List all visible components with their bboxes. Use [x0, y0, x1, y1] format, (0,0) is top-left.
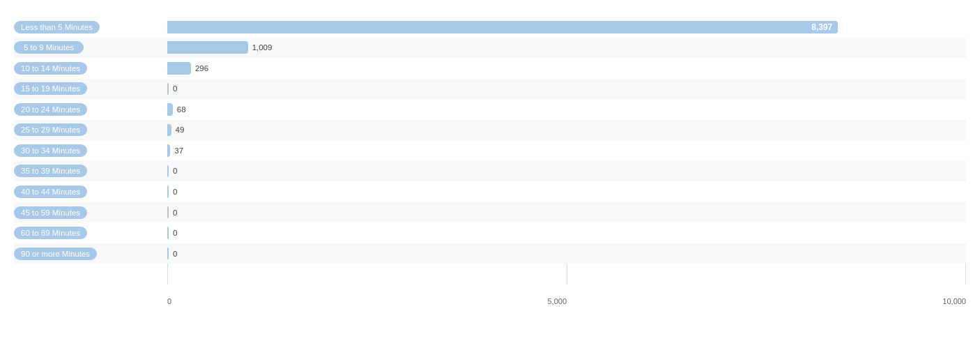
bar-value: 68	[177, 105, 186, 114]
bar-track: 0	[167, 248, 966, 260]
bar-row: 10 to 14 Minutes296	[14, 58, 966, 79]
bar-label-pill: 35 to 39 Minutes	[14, 165, 87, 177]
bar-value: 0	[173, 250, 177, 258]
bar-track: 8,397	[167, 21, 966, 33]
bar-track: 68	[167, 103, 966, 116]
bar-track: 1,009	[167, 41, 966, 54]
bar-label-pill: 30 to 34 Minutes	[14, 144, 87, 157]
bar-fill	[167, 41, 248, 54]
bar-value: 49	[176, 126, 185, 134]
bar-label-container: 60 to 89 Minutes	[14, 227, 167, 239]
bar-row: 20 to 24 Minutes68	[14, 99, 966, 120]
bar-fill	[167, 62, 191, 75]
bar-value: 37	[174, 146, 183, 155]
bar-label-container: 90 or more Minutes	[14, 248, 167, 260]
bar-track: 0	[167, 206, 966, 219]
bar-fill	[167, 227, 169, 239]
bar-track: 0	[167, 83, 966, 96]
bar-fill	[167, 206, 169, 219]
bar-row: Less than 5 Minutes8,397	[14, 17, 966, 38]
bar-row: 5 to 9 Minutes1,009	[14, 38, 966, 59]
bar-track: 37	[167, 144, 966, 157]
bar-value: 0	[173, 84, 177, 93]
bar-row: 30 to 34 Minutes37	[14, 140, 966, 161]
bar-value: 0	[173, 208, 177, 217]
bar-label-pill: 15 to 19 Minutes	[14, 82, 87, 95]
bar-label-pill: 20 to 24 Minutes	[14, 103, 87, 116]
bar-row: 25 to 29 Minutes49	[14, 120, 966, 141]
bars-area: Less than 5 Minutes8,3975 to 9 Minutes1,…	[14, 17, 966, 285]
bar-fill	[167, 103, 173, 116]
bar-fill	[167, 185, 169, 198]
bar-track: 49	[167, 124, 966, 137]
bar-row: 45 to 59 Minutes0	[14, 202, 966, 223]
bar-label-container: 10 to 14 Minutes	[14, 62, 167, 75]
bar-label-pill: Less than 5 Minutes	[14, 21, 100, 33]
bar-fill	[167, 124, 171, 137]
bar-row: 40 to 44 Minutes0	[14, 181, 966, 202]
bar-label-pill: 60 to 89 Minutes	[14, 227, 87, 239]
bar-label-container: 20 to 24 Minutes	[14, 103, 167, 116]
bar-fill: 8,397	[167, 21, 838, 33]
bar-row: 60 to 89 Minutes0	[14, 222, 966, 243]
bar-label-pill: 90 or more Minutes	[14, 248, 97, 260]
bar-label-container: 45 to 59 Minutes	[14, 206, 167, 219]
bar-label-container: 5 to 9 Minutes	[14, 41, 167, 54]
bar-label-pill: 40 to 44 Minutes	[14, 185, 87, 198]
bar-label-pill: 5 to 9 Minutes	[14, 41, 84, 54]
bar-label-container: 25 to 29 Minutes	[14, 123, 167, 136]
bar-track: 296	[167, 62, 966, 75]
bar-fill	[167, 248, 169, 260]
bar-label-container: 15 to 19 Minutes	[14, 82, 167, 95]
bar-label-pill: 25 to 29 Minutes	[14, 123, 87, 136]
x-axis-label: 0	[167, 297, 171, 305]
bar-value: 296	[195, 64, 208, 73]
bar-fill	[167, 165, 169, 178]
bar-value: 0	[173, 229, 177, 237]
chart-area: Less than 5 Minutes8,3975 to 9 Minutes1,…	[14, 17, 966, 305]
bar-label-container: Less than 5 Minutes	[14, 21, 167, 33]
x-axis-label: 10,000	[942, 297, 966, 305]
bar-label-container: 30 to 34 Minutes	[14, 144, 167, 157]
bar-value: 0	[173, 188, 177, 196]
bar-row: 90 or more Minutes0	[14, 243, 966, 264]
bar-label-container: 35 to 39 Minutes	[14, 165, 167, 177]
x-axis: 05,00010,000	[167, 294, 966, 305]
bar-fill	[167, 144, 170, 157]
bar-row: 15 to 19 Minutes0	[14, 79, 966, 100]
bar-value-inside: 8,397	[811, 22, 832, 32]
bar-row: 35 to 39 Minutes0	[14, 161, 966, 182]
bar-value: 1,009	[252, 43, 273, 52]
bar-label-pill: 10 to 14 Minutes	[14, 62, 87, 75]
bar-track: 0	[167, 227, 966, 239]
bar-track: 0	[167, 185, 966, 198]
x-axis-label: 5,000	[547, 297, 567, 305]
bar-fill	[167, 83, 169, 96]
bar-label-container: 40 to 44 Minutes	[14, 185, 167, 198]
bar-label-pill: 45 to 59 Minutes	[14, 206, 87, 219]
bar-value: 0	[173, 167, 177, 175]
chart-container: Less than 5 Minutes8,3975 to 9 Minutes1,…	[0, 0, 980, 364]
bar-track: 0	[167, 165, 966, 178]
